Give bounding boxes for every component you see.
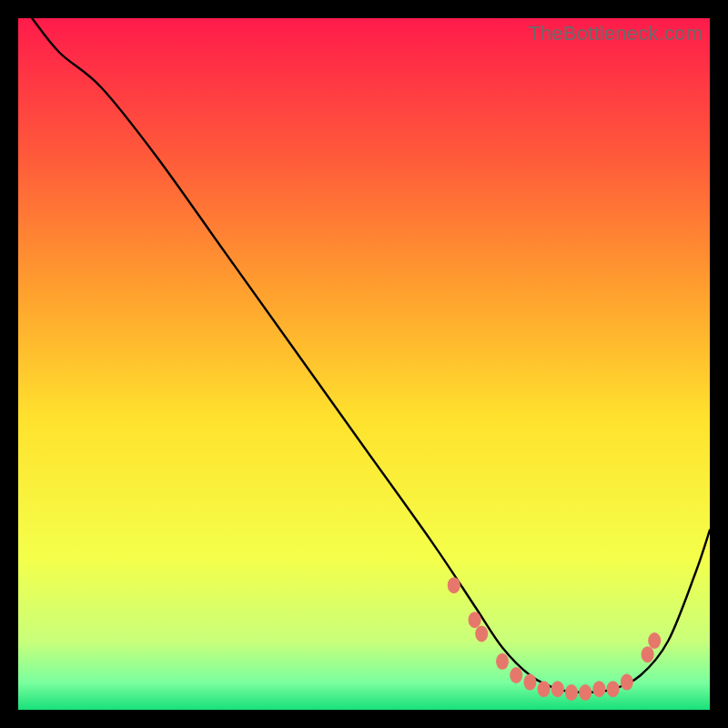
chart-background	[18, 18, 710, 710]
marker-dot	[565, 684, 578, 701]
marker-dot	[579, 684, 592, 701]
marker-dot	[642, 646, 654, 662]
marker-dot	[538, 681, 551, 697]
chart-frame: TheBottleneck.com	[18, 18, 710, 710]
watermark-text: TheBottleneck.com	[528, 22, 703, 46]
marker-dot	[592, 681, 605, 697]
marker-dot	[621, 674, 633, 691]
marker-dot	[448, 577, 460, 593]
marker-dot	[469, 612, 481, 628]
marker-dot	[510, 667, 522, 683]
marker-dot	[551, 681, 564, 697]
marker-dot	[523, 674, 536, 691]
marker-dot	[607, 681, 620, 697]
marker-dot	[648, 632, 661, 649]
chart-svg	[18, 18, 710, 710]
marker-dot	[496, 653, 509, 670]
marker-dot	[475, 625, 488, 642]
